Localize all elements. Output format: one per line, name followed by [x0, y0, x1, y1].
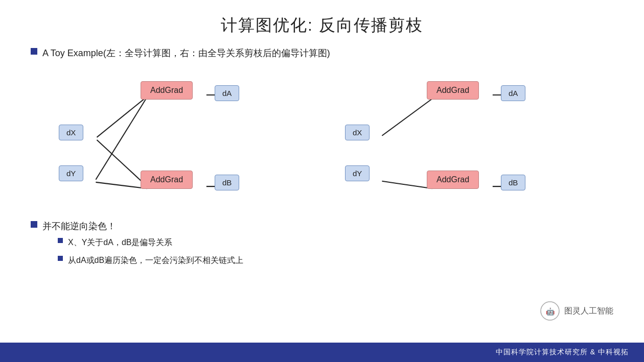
diagram-right: AddGrad dA dX dY AddGrad dB — [332, 66, 598, 214]
bottom-bar: 中国科学院计算技术研究所 & 中科视拓 — [0, 343, 644, 362]
left-dB: dB — [215, 175, 239, 190]
right-addgrad1: AddGrad — [427, 81, 479, 100]
logo-area: 🤖 图灵人工智能 — [540, 301, 613, 321]
sub-bullet-1: X、Y关于dA，dB是偏导关系 — [58, 236, 243, 249]
left-addgrad2: AddGrad — [141, 171, 193, 189]
logo-text: 图灵人工智能 — [564, 306, 613, 317]
left-dA: dA — [215, 85, 239, 101]
left-dX: dX — [59, 125, 83, 140]
diagram-area: AddGrad dA dX dY AddGrad dB — [31, 66, 613, 214]
bullet-text-1: A Toy Example(左：全导计算图，右：由全导关系剪枝后的偏导计算图) — [42, 46, 330, 61]
bullet-2: 并不能逆向染色！ X、Y关于dA，dB是偏导关系 从dA或dB遍历染色，一定会污… — [31, 219, 613, 272]
svg-text:🤖: 🤖 — [546, 307, 555, 316]
sub-bullet-icon-2 — [58, 256, 63, 261]
left-dY: dY — [59, 165, 83, 181]
svg-line-7 — [382, 181, 432, 189]
content-area: A Toy Example(左：全导计算图，右：由全导关系剪枝后的偏导计算图) — [0, 46, 644, 272]
bullet-1: A Toy Example(左：全导计算图，右：由全导关系剪枝后的偏导计算图) — [31, 46, 613, 61]
logo-row: 🤖 图灵人工智能 — [540, 301, 613, 321]
bullet-text-2: 并不能逆向染色！ — [42, 219, 243, 234]
svg-line-2 — [96, 99, 146, 179]
institute-text: 中国科学院计算技术研究所 & 中科视拓 — [496, 348, 629, 357]
right-dY: dY — [345, 165, 370, 181]
left-addgrad1: AddGrad — [141, 81, 193, 100]
svg-line-6 — [382, 99, 432, 136]
sub-bullet-text-2: 从dA或dB遍历染色，一定会污染到不相关链式上 — [68, 254, 243, 267]
bullet-2-content: 并不能逆向染色！ X、Y关于dA，dB是偏导关系 从dA或dB遍历染色，一定会污… — [42, 219, 243, 272]
slide: 计算图优化: 反向传播剪枝 A Toy Example(左：全导计算图，右：由全… — [0, 0, 644, 362]
svg-line-0 — [97, 96, 147, 137]
logo-icon: 🤖 — [540, 301, 560, 321]
bullet-icon-2 — [31, 221, 37, 228]
bullet-icon-1 — [31, 48, 37, 55]
right-dX: dX — [345, 125, 370, 140]
svg-line-1 — [97, 140, 147, 186]
diagram-left: AddGrad dA dX dY AddGrad dB — [46, 66, 312, 214]
right-dA: dA — [501, 85, 525, 101]
right-addgrad2: AddGrad — [427, 171, 479, 189]
svg-line-3 — [96, 182, 147, 188]
sub-bullet-2: 从dA或dB遍历染色，一定会污染到不相关链式上 — [58, 254, 243, 267]
sub-bullets: X、Y关于dA，dB是偏导关系 从dA或dB遍历染色，一定会污染到不相关链式上 — [58, 236, 243, 267]
sub-bullet-icon-1 — [58, 238, 63, 243]
slide-title: 计算图优化: 反向传播剪枝 — [0, 0, 644, 46]
right-dB: dB — [501, 175, 525, 190]
sub-bullet-text-1: X、Y关于dA，dB是偏导关系 — [68, 236, 172, 249]
